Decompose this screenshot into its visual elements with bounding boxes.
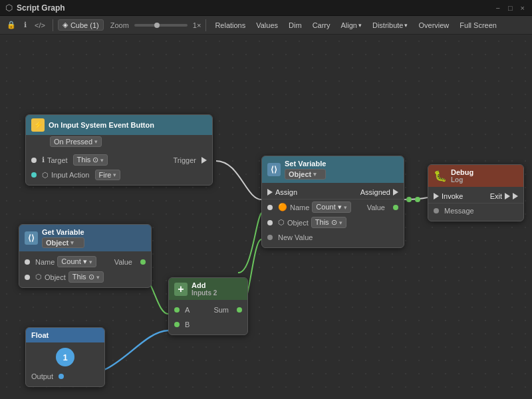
input-event-header: ⚡ On Input System Event Button bbox=[26, 115, 212, 135]
debug-message-row: Message bbox=[428, 203, 523, 218]
trigger-port bbox=[201, 157, 207, 164]
align-dropdown[interactable]: Align ▾ bbox=[337, 20, 366, 31]
float-output-row: Output bbox=[26, 369, 104, 384]
set-var-name-row: 🟠 Name Count ▾ Value bbox=[262, 200, 404, 215]
float-title: Float bbox=[31, 331, 49, 339]
set-var-object-value: This ⊙ bbox=[315, 218, 337, 227]
assign-in-port bbox=[267, 189, 273, 196]
cube-icon: ◈ bbox=[63, 21, 68, 29]
info-icon[interactable]: ℹ bbox=[21, 19, 29, 31]
minimize-button[interactable]: − bbox=[493, 4, 501, 12]
set-var-newval-row: New Value bbox=[262, 230, 404, 245]
get-var-object-value: This ⊙ bbox=[72, 273, 94, 281]
add-subtitle: Inputs 2 bbox=[192, 289, 217, 297]
input-event-title: On Input System Event Button bbox=[49, 121, 154, 129]
set-var-orange-dot: 🟠 bbox=[278, 203, 287, 211]
on-pressed-label: On Pressed bbox=[54, 138, 92, 146]
add-b-row: B bbox=[169, 317, 247, 332]
get-var-body: Name Count ▾ Value ⬡ Object This ⊙ bbox=[19, 251, 151, 287]
get-var-object-row: ⬡ Object This ⊙ bbox=[19, 269, 151, 285]
target-dropdown[interactable]: This ⊙ bbox=[73, 154, 108, 166]
get-var-object-dropdown[interactable]: This ⊙ bbox=[68, 271, 104, 283]
add-header: + Add Inputs 2 bbox=[169, 278, 247, 300]
fullscreen-button[interactable]: Full Screen bbox=[456, 20, 501, 31]
canvas[interactable]: ⚡ On Input System Event Button On Presse… bbox=[0, 35, 532, 399]
input-action-label: ⬡ bbox=[42, 171, 49, 180]
code-icon[interactable]: </> bbox=[32, 20, 48, 31]
set-var-value-right-port bbox=[393, 205, 398, 210]
add-sum-port bbox=[237, 307, 242, 313]
svg-point-1 bbox=[415, 197, 420, 202]
zoom-label: Zoom bbox=[110, 21, 129, 29]
on-pressed-dropdown[interactable]: On Pressed bbox=[50, 136, 102, 147]
app-title: Script Graph bbox=[17, 3, 65, 13]
carry-button[interactable]: Carry bbox=[309, 20, 334, 31]
node-add-inputs: + Add Inputs 2 A Sum B bbox=[168, 277, 248, 335]
node-get-variable: ⟨⟩ Get Variable Object Name Count ▾ Valu… bbox=[19, 224, 152, 288]
input-action-dropdown[interactable]: Fire bbox=[95, 170, 121, 180]
svg-point-0 bbox=[406, 197, 412, 202]
input-event-body: ℹ Target This ⊙ Trigger ⬡ Input Action F… bbox=[26, 150, 212, 185]
float-header: Float bbox=[26, 328, 104, 342]
values-button[interactable]: Values bbox=[252, 20, 282, 31]
relations-button[interactable]: Relations bbox=[211, 20, 249, 31]
target-row: ℹ Target This ⊙ Trigger bbox=[26, 152, 212, 168]
sep1 bbox=[53, 19, 53, 31]
maximize-button[interactable]: □ bbox=[506, 4, 515, 12]
set-var-newval-port bbox=[267, 235, 273, 240]
add-a-port bbox=[174, 307, 180, 313]
set-var-name-dropdown[interactable]: Count ▾ bbox=[312, 201, 350, 213]
distribute-dropdown[interactable]: Distribute ▾ bbox=[368, 20, 412, 31]
debug-body: Invoke Exit Message bbox=[428, 187, 523, 221]
overview-button[interactable]: Overview bbox=[414, 20, 453, 31]
set-var-object-dropdown[interactable]: This ⊙ bbox=[311, 217, 346, 228]
add-icon: + bbox=[174, 283, 188, 296]
input-event-subrow: On Pressed bbox=[26, 135, 212, 150]
set-var-icon: ⟨⟩ bbox=[267, 163, 281, 176]
add-a-row: A Sum bbox=[169, 303, 247, 317]
node-input-event: ⚡ On Input System Event Button On Presse… bbox=[25, 114, 213, 186]
get-var-icon: ⟨⟩ bbox=[25, 231, 38, 245]
dim-button[interactable]: Dim bbox=[285, 20, 306, 31]
float-output-port bbox=[59, 374, 64, 379]
node-set-variable: ⟨⟩ Set Variable Object Assign Assigned bbox=[261, 156, 404, 248]
zoom-thumb[interactable] bbox=[154, 23, 160, 28]
zoom-value: 1× bbox=[193, 21, 201, 29]
cube-selector[interactable]: ◈ Cube (1) bbox=[58, 19, 104, 31]
input-action-value: Fire bbox=[99, 171, 112, 179]
get-var-type-dropdown[interactable]: Object bbox=[42, 237, 84, 248]
get-var-header: ⟨⟩ Get Variable Object bbox=[19, 225, 151, 251]
get-var-name-value: Count ▾ bbox=[61, 257, 86, 266]
get-var-name-left-port bbox=[25, 259, 30, 265]
assign-row: Assign Assigned bbox=[262, 186, 404, 200]
get-var-name-dropdown[interactable]: Count ▾ bbox=[57, 256, 96, 267]
add-b-port bbox=[174, 322, 180, 327]
get-var-value-right-port bbox=[140, 259, 146, 265]
get-var-name-row: Name Count ▾ Value bbox=[19, 254, 151, 269]
set-var-object-left-port bbox=[267, 220, 273, 225]
node-float: Float 1 Output bbox=[25, 327, 105, 387]
lock-icon[interactable]: 🔒 bbox=[4, 19, 19, 31]
set-var-title: Set Variable bbox=[285, 160, 326, 168]
input-event-icon: ⚡ bbox=[31, 118, 45, 132]
set-var-name-value: Count ▾ bbox=[316, 203, 341, 211]
set-var-object-row: ⬡ Object This ⊙ bbox=[262, 215, 404, 230]
get-var-object-left-port bbox=[25, 275, 30, 280]
debug-header: 🐛 Debug Log bbox=[428, 165, 523, 187]
debug-title: Debug bbox=[451, 168, 473, 176]
get-var-object-icon: ⬡ bbox=[35, 273, 42, 281]
get-var-title: Get Variable bbox=[42, 228, 84, 236]
close-button[interactable]: × bbox=[519, 4, 527, 12]
debug-subtitle: Log bbox=[451, 176, 473, 184]
debug-invoke-in-port bbox=[434, 193, 439, 200]
target-value: This ⊙ bbox=[77, 156, 99, 164]
debug-play-port bbox=[513, 193, 518, 200]
set-var-obj-icon: ⬡ bbox=[278, 218, 285, 227]
set-var-type-dropdown[interactable]: Object bbox=[285, 169, 326, 180]
zoom-slider[interactable] bbox=[134, 24, 188, 27]
set-var-header: ⟨⟩ Set Variable Object bbox=[262, 156, 404, 183]
titlebar: ⬡ Script Graph − □ × bbox=[0, 0, 532, 16]
node-debug-log: 🐛 Debug Log Invoke Exit bbox=[428, 164, 524, 221]
app-icon: ⬡ bbox=[5, 3, 13, 13]
target-port bbox=[31, 158, 37, 163]
